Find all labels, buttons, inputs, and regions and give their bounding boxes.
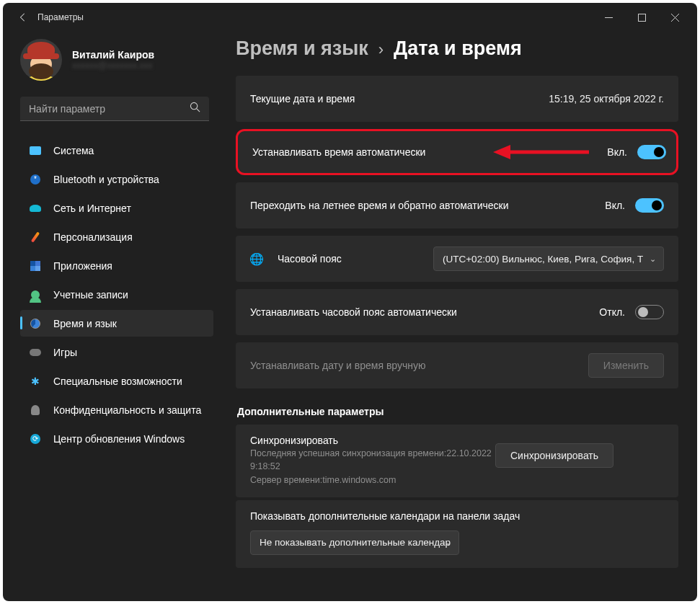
sidebar-item-label: Bluetooth и устройства xyxy=(53,174,159,185)
sync-now-button[interactable]: Синхронизировать xyxy=(495,443,613,468)
breadcrumb-parent[interactable]: Время и язык xyxy=(236,37,368,60)
avatar xyxy=(20,39,62,81)
dst-state: Вкл. xyxy=(605,200,625,211)
current-datetime-label: Текущие дата и время xyxy=(250,93,355,105)
change-button: Изменить xyxy=(588,353,664,378)
sidebar-item-privacy[interactable]: Конфиденциальность и защита xyxy=(20,396,213,423)
timezone-card: 🌐 Часовой пояс (UTC+02:00) Вильнюс, Киев… xyxy=(236,236,678,282)
minimize-button[interactable] xyxy=(592,3,625,32)
manual-datetime-label: Устанавливать дату и время вручную xyxy=(250,360,426,371)
bluetooth-icon: * xyxy=(29,173,42,186)
sidebar-item-label: Персонализация xyxy=(53,231,133,243)
auto-timezone-card: Устанавливать часовой пояс автоматически… xyxy=(236,289,678,335)
update-icon: ⟳ xyxy=(29,432,42,445)
search-box[interactable] xyxy=(20,97,209,121)
titlebar: Параметры xyxy=(3,3,697,32)
sidebar-item-label: Приложения xyxy=(53,260,112,272)
dst-label: Переходить на летнее время и обратно авт… xyxy=(250,200,509,211)
arrow-left-icon xyxy=(18,12,28,22)
sync-server: Сервер времени:time.windows.com xyxy=(250,474,495,487)
sync-info: Синхронизировать Последняя успешная синх… xyxy=(250,435,495,487)
sidebar-item-label: Время и язык xyxy=(53,318,117,329)
system-icon xyxy=(29,144,42,157)
sidebar: Виталий Каиров xxxxxx@xxxxxxx.xxx Систем… xyxy=(3,32,223,601)
settings-window: Параметры Виталий Каиров xxxxxx@xxxxxxx.… xyxy=(3,3,697,601)
sidebar-item-personalization[interactable]: Персонализация xyxy=(20,223,213,250)
user-name: Виталий Каиров xyxy=(72,49,154,61)
breadcrumb: Время и язык › Дата и время xyxy=(236,37,678,60)
timezone-label: Часовой пояс xyxy=(278,253,342,265)
chevron-down-icon: ⌄ xyxy=(445,538,451,547)
maximize-icon xyxy=(638,14,646,22)
sidebar-item-label: Сеть и Интернет xyxy=(53,203,131,214)
dst-toggle[interactable] xyxy=(635,198,664,213)
sync-lastsync: Последняя успешная синхронизация времени… xyxy=(250,448,495,473)
clock-globe-icon xyxy=(29,317,42,330)
timezone-select[interactable]: (UTC+02:00) Вильнюс, Киев, Рига, София, … xyxy=(433,247,664,271)
auto-time-label: Устанавливать время автоматически xyxy=(252,146,425,158)
main-content: Время и язык › Дата и время Текущие дата… xyxy=(223,32,697,601)
sidebar-item-accounts[interactable]: Учетные записи xyxy=(20,281,213,308)
current-datetime-card: Текущие дата и время 15:19, 25 октября 2… xyxy=(236,76,678,122)
sidebar-item-label: Центр обновления Windows xyxy=(53,433,185,445)
shield-icon xyxy=(29,404,42,417)
accessibility-icon: ✱ xyxy=(29,375,42,388)
window-title: Параметры xyxy=(37,12,84,22)
dst-card: Переходить на летнее время и обратно авт… xyxy=(236,182,678,228)
user-email: xxxxxx@xxxxxxx.xxx xyxy=(72,61,154,71)
close-button[interactable] xyxy=(658,3,691,32)
calendars-select[interactable]: Не показывать дополнительные календар ⌄ xyxy=(250,530,459,555)
sidebar-item-label: Учетные записи xyxy=(53,289,128,301)
sidebar-item-time-language[interactable]: Время и язык xyxy=(20,310,213,337)
chevron-right-icon: › xyxy=(378,40,384,59)
calendars-title: Показывать дополнительные календари на п… xyxy=(250,510,664,522)
person-icon xyxy=(29,288,42,301)
sidebar-item-label: Система xyxy=(53,145,94,156)
maximize-button[interactable] xyxy=(625,3,658,32)
window-controls xyxy=(592,3,691,32)
calendars-value: Не показывать дополнительные календар xyxy=(260,537,451,548)
sidebar-item-system[interactable]: Система xyxy=(20,137,213,164)
page-title: Дата и время xyxy=(394,37,522,60)
calendars-card: Показывать дополнительные календари на п… xyxy=(236,500,678,568)
sidebar-item-windows-update[interactable]: ⟳Центр обновления Windows xyxy=(20,425,213,452)
minimize-icon xyxy=(605,14,613,22)
brush-icon xyxy=(29,231,42,244)
sync-now-label: Синхронизировать xyxy=(510,450,598,461)
chevron-down-icon: ⌄ xyxy=(650,254,656,264)
wifi-icon xyxy=(29,202,42,215)
change-button-label: Изменить xyxy=(603,360,649,371)
svg-line-5 xyxy=(197,109,200,112)
svg-rect-1 xyxy=(638,14,645,21)
sidebar-item-apps[interactable]: Приложения xyxy=(20,252,213,279)
auto-time-toggle[interactable] xyxy=(637,145,666,159)
sidebar-item-accessibility[interactable]: ✱Специальные возможности xyxy=(20,368,213,394)
user-info: Виталий Каиров xxxxxx@xxxxxxx.xxx xyxy=(72,49,154,71)
auto-timezone-state: Откл. xyxy=(599,306,625,318)
auto-time-card: Устанавливать время автоматически Вкл. xyxy=(236,129,678,175)
search-icon xyxy=(190,102,200,115)
sync-card: Синхронизировать Последняя успешная синх… xyxy=(236,425,678,497)
sidebar-item-network[interactable]: Сеть и Интернет xyxy=(20,195,213,221)
search-input[interactable] xyxy=(29,103,190,115)
nav-list: Система *Bluetooth и устройства Сеть и И… xyxy=(20,137,223,452)
back-button[interactable] xyxy=(9,12,37,22)
sidebar-item-label: Игры xyxy=(53,347,77,358)
sidebar-item-label: Специальные возможности xyxy=(53,376,182,387)
current-datetime-value: 15:19, 25 октября 2022 г. xyxy=(549,93,664,105)
sidebar-item-bluetooth[interactable]: *Bluetooth и устройства xyxy=(20,166,213,192)
timezone-value: (UTC+02:00) Вильнюс, Киев, Рига, София, … xyxy=(443,254,643,265)
gamepad-icon xyxy=(29,346,42,359)
manual-datetime-card: Устанавливать дату и время вручную Измен… xyxy=(236,342,678,388)
sidebar-item-gaming[interactable]: Игры xyxy=(20,339,213,365)
close-icon xyxy=(671,14,679,22)
apps-icon xyxy=(29,259,42,272)
sync-title: Синхронизировать xyxy=(250,435,495,446)
user-profile[interactable]: Виталий Каиров xxxxxx@xxxxxxx.xxx xyxy=(20,39,223,81)
auto-time-state: Вкл. xyxy=(607,146,627,158)
additional-section-title: Дополнительные параметры xyxy=(237,406,678,417)
svg-point-4 xyxy=(190,102,197,109)
globe-clock-icon: 🌐 xyxy=(250,252,263,265)
auto-timezone-toggle[interactable] xyxy=(635,305,664,319)
sidebar-item-label: Конфиденциальность и защита xyxy=(53,404,201,416)
